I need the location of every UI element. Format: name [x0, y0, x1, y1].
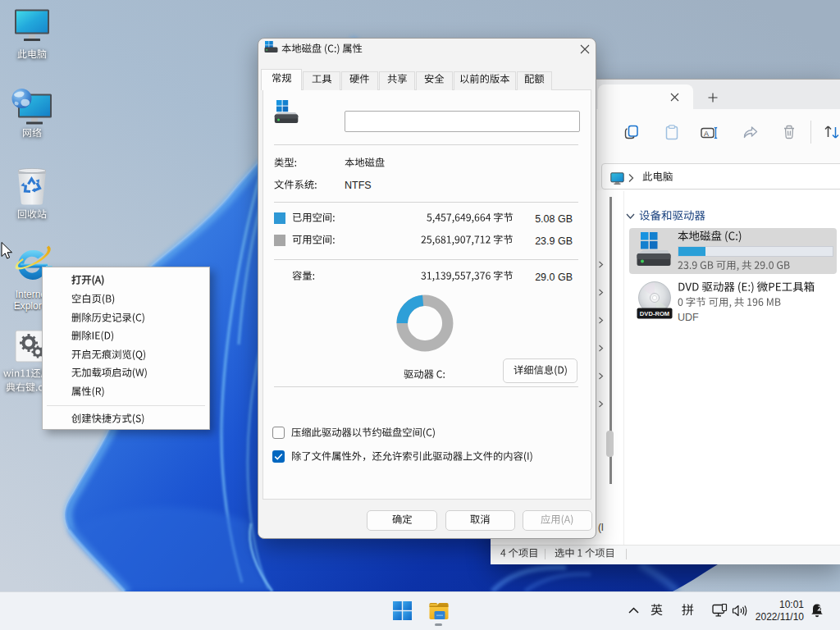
svg-text:A: A [704, 130, 709, 138]
svg-text:DVD-ROM: DVD-ROM [640, 310, 669, 317]
